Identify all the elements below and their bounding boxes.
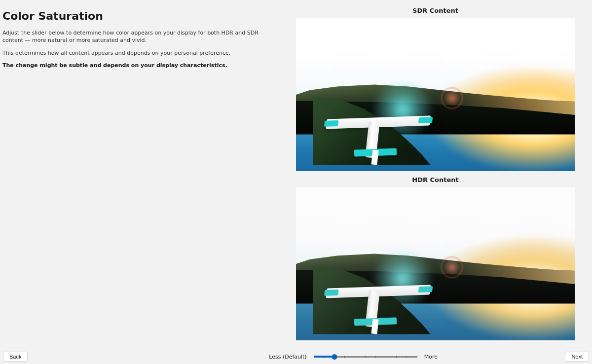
next-button[interactable]: Next (565, 352, 589, 362)
hdr-preview-image (296, 187, 575, 340)
back-button[interactable]: Back (3, 352, 28, 362)
page-title: Color Saturation (2, 10, 296, 22)
saturation-slider[interactable] (314, 353, 417, 360)
slider-max-label: More (424, 354, 438, 360)
hdr-preview-label: HDR Content (296, 176, 575, 183)
sdr-preview-label: SDR Content (296, 7, 575, 14)
sdr-preview-image (296, 18, 575, 171)
description-2: This determines how all content appears … (2, 49, 279, 57)
description-1: Adjust the slider below to determine how… (2, 29, 279, 44)
description-3: The change might be subtle and depends o… (2, 62, 279, 69)
slider-min-label: Less (Default) (269, 354, 306, 360)
